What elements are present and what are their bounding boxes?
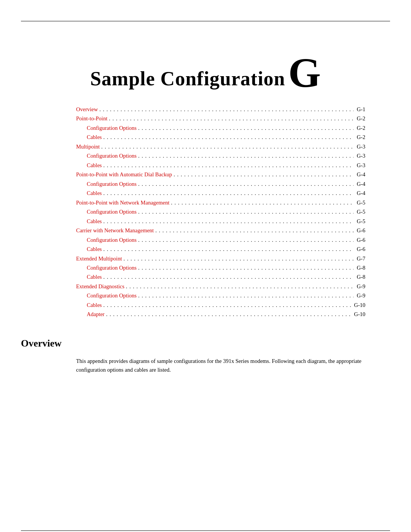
toc-entry: Configuration OptionsG-3 [76,152,365,160]
toc-page: G-10 [354,310,365,318]
toc-entry: OverviewG-1 [76,105,365,113]
toc-dots [126,282,354,291]
toc-label: Carrier with Network Management [76,226,154,235]
toc-page: G-10 [354,301,365,309]
toc-label: Configuration Options [76,152,137,160]
toc-page: G-5 [357,208,365,216]
toc-page: G-9 [357,282,365,291]
page-footer: 3910-A2-GN32-30 November 1996 G-1 [0,530,411,532]
toc-entry: CablesG-4 [76,189,365,197]
toc-dots [138,208,354,216]
toc-entry: CablesG-2 [76,133,365,141]
toc-dots [106,310,351,318]
toc-dots [103,245,354,253]
toc-dots [155,226,354,235]
chapter-title: Sample Configuration [90,67,285,90]
chapter-letter: G [288,52,321,94]
toc-entry: Carrier with Network ManagementG-6 [76,226,365,235]
toc-label: Cables [76,301,102,309]
toc-dots [138,264,354,272]
toc-dots [99,105,354,113]
toc-label: Configuration Options [76,291,137,300]
toc-dots [171,198,354,207]
toc-label: Configuration Options [76,124,137,132]
toc-label: Configuration Options [76,264,137,272]
toc-label: Adapter [76,310,105,318]
toc-label: Cables [76,245,102,253]
toc-page: G-6 [357,226,365,235]
toc-entry: Configuration OptionsG-9 [76,291,365,300]
toc-entry: MultipointG-3 [76,142,365,151]
toc-label: Point-to-Point with Automatic Dial Backu… [76,170,172,179]
toc-label: Configuration Options [76,236,137,244]
toc-page: G-1 [357,105,365,113]
toc-page: G-6 [357,245,365,253]
body-text: This appendix provides diagrams of sampl… [76,357,390,374]
toc-label: Multipoint [76,142,100,151]
toc-entry: CablesG-10 [76,301,365,309]
toc-entry: Point-to-Point with Automatic Dial Backu… [76,170,365,179]
toc-page: G-9 [357,291,365,300]
toc-page: G-4 [357,189,365,197]
toc-page: G-4 [357,170,365,179]
toc-page: G-3 [357,152,365,160]
toc-container: OverviewG-1Point-to-PointG-2Configuratio… [76,105,365,319]
toc-label: Cables [76,217,102,225]
toc-dots [123,254,354,263]
toc-dots [103,301,351,309]
chapter-header: Sample Configuration G [0,52,411,90]
toc-label: Overview [76,105,98,113]
footer-rule [21,530,390,531]
toc-entry: CablesG-8 [76,273,365,281]
toc-dots [103,273,354,281]
toc-label: Point-to-Point with Network Management [76,198,169,207]
toc-dots [138,236,354,244]
toc-entry: Point-to-Point with Network ManagementG-… [76,198,365,207]
toc-dots [138,291,354,300]
toc-page: G-7 [357,254,365,263]
toc-dots [103,217,354,225]
toc-label: Cables [76,133,102,141]
toc-dots [103,161,354,169]
toc-label: Cables [76,189,102,197]
toc-label: Cables [76,161,102,169]
toc-entry: CablesG-6 [76,245,365,253]
toc-dots [103,133,354,141]
toc-entry: Configuration OptionsG-6 [76,236,365,244]
page-container: Sample Configuration G OverviewG-1Point-… [0,21,411,532]
toc-label: Point-to-Point [76,114,107,123]
toc-entry: Extended DiagnosticsG-9 [76,282,365,291]
toc-page: G-5 [357,217,365,225]
toc-entry: CablesG-5 [76,217,365,225]
toc-entry: Configuration OptionsG-8 [76,264,365,272]
toc-page: G-8 [357,273,365,281]
overview-heading: Overview [21,334,390,349]
toc-page: G-2 [357,114,365,123]
toc-page: G-4 [357,180,365,188]
toc-label: Configuration Options [76,180,137,188]
toc-entry: Point-to-PointG-2 [76,114,365,123]
toc-dots [174,170,354,179]
toc-dots [109,114,354,123]
toc-entry: Configuration OptionsG-2 [76,124,365,132]
toc-entry: CablesG-3 [76,161,365,169]
toc-entry: Configuration OptionsG-4 [76,180,365,188]
toc-dots [138,180,354,188]
toc-label: Cables [76,273,102,281]
toc-page: G-6 [357,236,365,244]
toc-page: G-2 [357,133,365,141]
toc-entry: Extended MultipointG-7 [76,254,365,263]
toc-dots [138,124,354,132]
toc-page: G-5 [357,198,365,207]
toc-page: G-2 [357,124,365,132]
toc-page: G-3 [357,161,365,169]
toc-dots [101,142,354,151]
toc-entry: AdapterG-10 [76,310,365,318]
toc-page: G-8 [357,264,365,272]
top-rule [21,21,390,21]
toc-label: Extended Multipoint [76,254,122,263]
toc-entry: Configuration OptionsG-5 [76,208,365,216]
toc-label: Configuration Options [76,208,137,216]
toc-label: Extended Diagnostics [76,282,124,291]
toc-page: G-3 [357,142,365,151]
